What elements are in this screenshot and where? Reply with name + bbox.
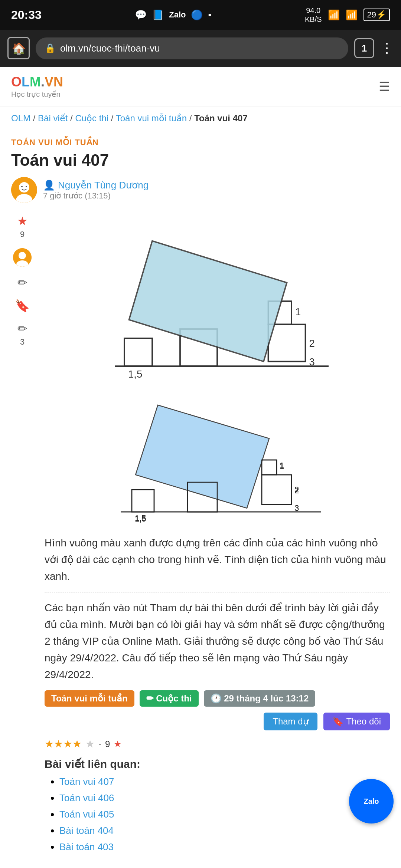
status-icons: 💬 📘 Zalo 🔵 • <box>135 9 211 21</box>
home-button[interactable]: 🏠 <box>7 37 30 59</box>
post-title: Toán vui 407 <box>11 151 390 170</box>
star-empty[interactable]: ★ <box>85 738 95 750</box>
list-item: Bài toán 404 <box>59 825 390 836</box>
list-item: Bài toán 403 <box>59 841 390 853</box>
browser-menu-button[interactable]: ⋮ <box>380 40 394 56</box>
svg-rect-25 <box>262 475 291 504</box>
svg-point-3 <box>21 186 23 187</box>
tag-date[interactable]: 🕐 29 tháng 4 lúc 13:12 <box>204 690 316 707</box>
browser-chrome: 🏠 🔒 olm.vn/cuoc-thi/toan-vu 1 ⋮ <box>0 30 401 67</box>
content-with-sidebar: ★ 9 ✏ 🔖 ✏ 3 <box>11 210 390 857</box>
wifi-icon: 📶 <box>328 9 340 21</box>
post-body: 1,5 1 2 3 <box>45 210 390 857</box>
svg-rect-23 <box>262 460 277 475</box>
related-list: Toán vui 407 Toán vui 406 Toán vui 405 B… <box>45 776 390 853</box>
bookmark-small-icon: 🔖 <box>332 716 343 727</box>
breadcrumb: OLM / Bài viết / Cuộc thi / Toán vui mỗi… <box>0 106 401 130</box>
signal-icon: 📶 <box>346 9 358 21</box>
svg-text:1: 1 <box>295 306 301 318</box>
status-bar: 20:33 💬 📘 Zalo 🔵 • 94.0KB/S 📶 📶 29⚡ <box>0 0 401 30</box>
rating-separator: - <box>98 739 101 749</box>
svg-rect-14 <box>268 325 306 362</box>
related-link-1[interactable]: Toán vui 407 <box>59 776 114 787</box>
tag-cuocthi[interactable]: ✏ Cuộc thi <box>140 690 199 707</box>
svg-point-1 <box>19 182 29 193</box>
star-icon: ★ <box>17 214 28 228</box>
related-title: Bài viết liên quan: <box>45 757 390 770</box>
status-right: 94.0KB/S 📶 📶 29⚡ <box>305 6 390 24</box>
svg-rect-9 <box>124 338 152 366</box>
related-link-3[interactable]: Toán vui 405 <box>59 809 114 820</box>
stars[interactable]: ★★★★ <box>45 738 82 750</box>
network-speed: 94.0KB/S <box>305 6 322 24</box>
lock-icon: 🔒 <box>45 43 56 53</box>
math-diagram-proper: 1,5 1 2 3 <box>45 394 390 527</box>
breadcrumb-baiviet[interactable]: Bài viết <box>38 113 68 123</box>
logo-m: M <box>30 74 41 89</box>
main-content: TOÁN VUI MỖI TUẦN Toán vui 407 👤 Nguyễn … <box>0 130 401 865</box>
author-name: 👤 Nguyễn Tùng Dương <box>43 180 149 191</box>
related-link-2[interactable]: Toán vui 406 <box>59 792 114 803</box>
tag-toanvui[interactable]: Toán vui mỗi tuần <box>45 690 134 707</box>
messenger-icon: 💬 <box>135 9 147 21</box>
sidebar-star[interactable]: ★ 9 <box>17 214 28 239</box>
author-info: 👤 Nguyễn Tùng Dương 7 giờ trước (13:15) <box>43 180 149 201</box>
user-icon: 👤 <box>43 180 55 191</box>
left-sidebar: ★ 9 ✏ 🔖 ✏ 3 <box>11 210 33 857</box>
zalo-float-button[interactable]: Zalo <box>349 779 394 823</box>
zalo-label: Zalo <box>363 797 379 806</box>
breadcrumb-toanvui[interactable]: Toán vui mỗi tuần <box>116 113 187 123</box>
svg-text:2: 2 <box>309 338 315 349</box>
rating-star-icon: ★ <box>114 739 122 749</box>
sidebar-bookmark[interactable]: 🔖 <box>15 299 30 313</box>
logo-o: O <box>11 74 22 89</box>
author-time: 7 giờ trước (13:15) <box>43 191 149 201</box>
star-count: 9 <box>20 230 25 239</box>
sidebar-edit[interactable]: ✏ <box>17 276 27 290</box>
svg-point-6 <box>19 252 26 259</box>
svg-text:3: 3 <box>294 503 299 513</box>
edit-icon: ✏ <box>17 276 27 290</box>
tham-du-button[interactable]: Tham dự <box>264 713 317 730</box>
hamburger-menu[interactable]: ☰ <box>379 79 390 94</box>
category-label: TOÁN VUI MỖI TUẦN <box>11 138 390 147</box>
tab-count[interactable]: 1 <box>354 38 374 58</box>
list-item: Toán vui 405 <box>59 808 390 820</box>
bookmark-icon: 🔖 <box>15 299 30 313</box>
related-section: Bài viết liên quan: Toán vui 407 Toán vu… <box>45 757 390 853</box>
site-logo[interactable]: OLM.VN Học trực tuyến <box>11 74 63 99</box>
svg-text:1: 1 <box>280 461 284 470</box>
breadcrumb-current: Toán vui 407 <box>194 113 248 123</box>
post-text-2: Các bạn nhấn vào nút Tham dự bài thi bên… <box>45 600 390 683</box>
related-link-4[interactable]: Bài toán 404 <box>59 825 114 836</box>
math-diagram: 1,5 1 2 3 <box>45 218 390 394</box>
svg-text:3: 3 <box>309 356 315 368</box>
logo-text: OLM.VN <box>11 74 63 90</box>
svg-text:2: 2 <box>294 486 299 495</box>
comment-count: 3 <box>20 337 25 347</box>
sidebar-avatar[interactable] <box>13 248 32 267</box>
rating-row: ★★★★ ★ - 9 ★ <box>45 738 390 750</box>
list-item: Toán vui 407 <box>59 776 390 788</box>
svg-rect-20 <box>132 490 154 512</box>
avatar <box>11 177 37 203</box>
address-bar[interactable]: 🔒 olm.vn/cuoc-thi/toan-vu <box>36 37 348 59</box>
logo-l: L <box>22 74 30 89</box>
post-text-1: Hình vuông màu xanh được dựng trên các đ… <box>45 535 390 585</box>
svg-text:1,5: 1,5 <box>128 368 142 380</box>
author-row: 👤 Nguyễn Tùng Dương 7 giờ trước (13:15) <box>11 177 390 203</box>
zalo-icon: Zalo <box>169 10 186 20</box>
breadcrumb-olm[interactable]: OLM <box>11 113 30 123</box>
divider <box>45 592 390 592</box>
related-link-5[interactable]: Bài toán 403 <box>59 841 114 852</box>
sidebar-comment[interactable]: ✏ 3 <box>17 322 27 347</box>
browser-icon: 🔵 <box>191 9 203 21</box>
theo-doi-button[interactable]: 🔖 Theo dõi <box>323 713 390 730</box>
tags-actions-row: Toán vui mỗi tuần ✏ Cuộc thi 🕐 29 tháng … <box>45 690 390 707</box>
rating-count: 9 <box>105 739 110 749</box>
logo-subtitle: Học trực tuyến <box>11 90 63 99</box>
status-time: 20:33 <box>11 8 42 22</box>
breadcrumb-cuocthi[interactable]: Cuộc thi <box>75 113 108 123</box>
facebook-icon: 📘 <box>152 9 164 21</box>
battery-icon: 29⚡ <box>363 9 390 21</box>
